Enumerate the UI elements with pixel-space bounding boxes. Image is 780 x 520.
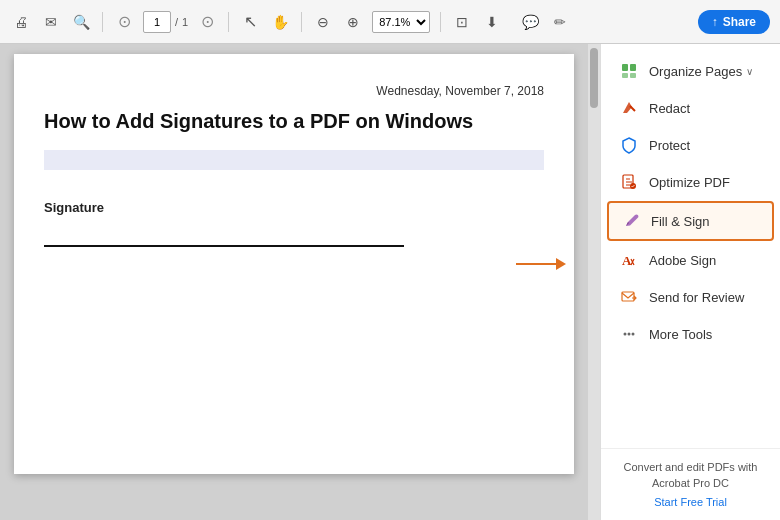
promo-text: Convert and edit PDFs with Acrobat Pro D…	[613, 459, 768, 492]
svg-point-10	[632, 333, 635, 336]
organize-pages-icon	[619, 61, 639, 81]
right-panel: Organize Pages ∨ Redact	[600, 44, 780, 520]
fill-sign-icon	[621, 211, 641, 231]
page-input[interactable]	[143, 11, 171, 33]
divider-1	[102, 12, 103, 32]
cursor-tool-icon[interactable]: ↖	[239, 11, 261, 33]
pen-icon[interactable]: ✏	[549, 11, 571, 33]
send-review-label: Send for Review	[649, 290, 744, 305]
fit-icon[interactable]: ⊡	[451, 11, 473, 33]
arrow-container	[516, 258, 566, 270]
print-icon[interactable]: 🖨	[10, 11, 32, 33]
toolbar: 🖨 ✉ 🔍 ⊙ / 1 ⊙ ↖ ✋ ⊖ ⊕ 87.1% 100% ⊡ ⬇ 💬 ✏…	[0, 0, 780, 44]
svg-rect-3	[630, 73, 636, 78]
optimize-pdf-label: Optimize PDF	[649, 175, 730, 190]
panel-item-adobe-sign[interactable]: A Adobe Sign	[607, 242, 774, 278]
adobe-sign-icon: A	[619, 250, 639, 270]
organize-pages-label: Organize Pages ∨	[649, 64, 753, 79]
signature-line	[44, 245, 404, 247]
more-tools-icon	[619, 324, 639, 344]
arrow-head	[556, 258, 566, 270]
svg-point-8	[624, 333, 627, 336]
toolbar-right-icons: 💬 ✏	[519, 11, 571, 33]
adobe-sign-label: Adobe Sign	[649, 253, 716, 268]
optimize-pdf-icon	[619, 172, 639, 192]
panel-item-optimize-pdf[interactable]: Optimize PDF	[607, 164, 774, 200]
nav-next-icon[interactable]: ⊙	[196, 11, 218, 33]
panel-item-redact[interactable]: Redact	[607, 90, 774, 126]
panel-scroll-area: Organize Pages ∨ Redact	[601, 44, 780, 448]
panel-item-send-review[interactable]: Send for Review	[607, 279, 774, 315]
panel-item-organize-pages[interactable]: Organize Pages ∨	[607, 53, 774, 89]
zoom-in-icon[interactable]: ⊕	[342, 11, 364, 33]
panel-item-fill-sign[interactable]: Fill & Sign	[607, 201, 774, 241]
organize-chevron-icon: ∨	[746, 66, 753, 77]
redact-label: Redact	[649, 101, 690, 116]
protect-icon	[619, 135, 639, 155]
svg-text:A: A	[622, 253, 632, 268]
divider-3	[301, 12, 302, 32]
page-separator: /	[175, 16, 178, 28]
svg-rect-0	[622, 64, 628, 71]
pdf-scrollbar[interactable]	[588, 44, 600, 520]
redact-icon	[619, 98, 639, 118]
fill-sign-label: Fill & Sign	[651, 214, 710, 229]
nav-prev-icon[interactable]: ⊙	[113, 11, 135, 33]
svg-point-9	[628, 333, 631, 336]
scrollbar-thumb[interactable]	[590, 48, 598, 108]
search-icon[interactable]: 🔍	[70, 11, 92, 33]
hand-tool-icon[interactable]: ✋	[269, 11, 291, 33]
divider-4	[440, 12, 441, 32]
svg-rect-1	[630, 64, 636, 71]
pdf-area: Wednesday, November 7, 2018 How to Add S…	[0, 44, 588, 520]
arrow-line	[516, 263, 556, 265]
pdf-title: How to Add Signatures to a PDF on Window…	[44, 108, 544, 134]
send-review-icon	[619, 287, 639, 307]
panel-promo: Convert and edit PDFs with Acrobat Pro D…	[601, 448, 780, 521]
share-label: Share	[723, 15, 756, 29]
fill-sign-arrow	[516, 258, 566, 270]
comment-icon[interactable]: 💬	[519, 11, 541, 33]
share-button[interactable]: ↑ Share	[698, 10, 770, 34]
panel-item-protect[interactable]: Protect	[607, 127, 774, 163]
page-total: 1	[182, 16, 188, 28]
svg-rect-2	[622, 73, 628, 78]
protect-label: Protect	[649, 138, 690, 153]
main-area: Wednesday, November 7, 2018 How to Add S…	[0, 44, 780, 520]
download-icon[interactable]: ⬇	[481, 11, 503, 33]
divider-2	[228, 12, 229, 32]
zoom-out-icon[interactable]: ⊖	[312, 11, 334, 33]
promo-link[interactable]: Start Free Trial	[613, 494, 768, 511]
panel-item-more-tools[interactable]: More Tools	[607, 316, 774, 352]
signature-label: Signature	[44, 200, 544, 215]
pdf-date: Wednesday, November 7, 2018	[44, 84, 544, 98]
pdf-highlight	[44, 150, 544, 170]
zoom-select[interactable]: 87.1% 100%	[372, 11, 430, 33]
pdf-page: Wednesday, November 7, 2018 How to Add S…	[14, 54, 574, 474]
more-tools-label: More Tools	[649, 327, 712, 342]
email-icon[interactable]: ✉	[40, 11, 62, 33]
svg-rect-7	[622, 292, 634, 301]
share-icon: ↑	[712, 15, 718, 29]
page-nav: / 1	[143, 11, 188, 33]
